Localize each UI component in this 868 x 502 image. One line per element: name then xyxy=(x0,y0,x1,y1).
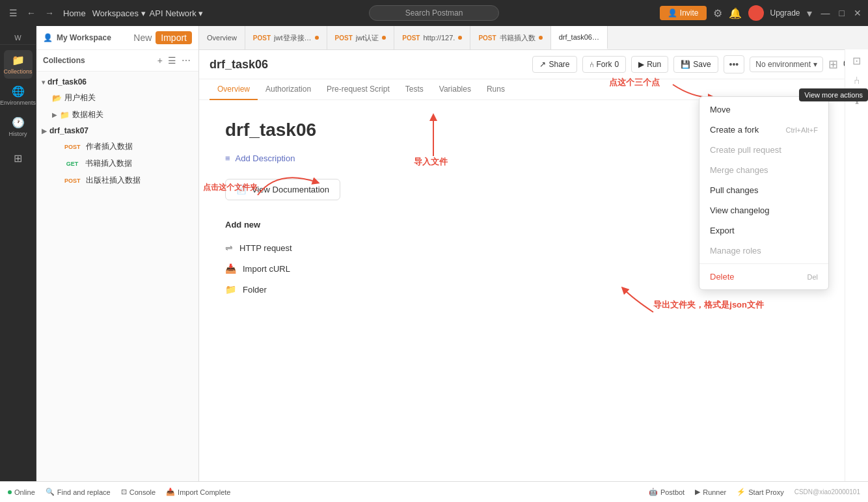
chevron-right-icon: ▶ xyxy=(52,111,57,118)
menu-item-pull-changes[interactable]: Pull changes xyxy=(699,180,828,200)
sidebar-item-collections[interactable]: 📁 Collections xyxy=(4,50,33,79)
run-icon: ▶ xyxy=(638,60,644,69)
collections-icon: 📁 xyxy=(12,54,25,66)
run-button[interactable]: ▶ Run xyxy=(631,56,668,73)
share-button[interactable]: ↗ Share xyxy=(532,56,576,73)
new-button[interactable]: New xyxy=(132,31,153,44)
titlebar-nav: ☰ ← → Home Workspaces ▾ API Network ▾ xyxy=(7,7,203,20)
titlebar-right: 👤 Invite ⚙ 🔔 Upgrade ▾ — □ ✕ xyxy=(660,5,861,21)
menu-item-fork[interactable]: Create a fork Ctrl+Alt+F xyxy=(699,120,828,140)
chevron-down-icon: ▾ xyxy=(42,79,45,86)
proxy-item[interactable]: ⚡ Start Proxy xyxy=(737,488,783,496)
icon-sidebar: W 📁 Collections 🌐 Environments 🕐 History… xyxy=(0,26,36,481)
sidebar-item-environments[interactable]: 🌐 Environments xyxy=(4,81,33,110)
console-item[interactable]: ⊡ Console xyxy=(121,488,156,496)
method-label: POST xyxy=(253,34,271,42)
method-label-2: POST xyxy=(335,34,353,42)
panel-toggle-icon[interactable]: ⊞ xyxy=(828,57,838,72)
import-complete-item: 📥 Import Complete xyxy=(166,488,230,496)
grid-icon: ⊞ xyxy=(14,152,22,165)
sub-tab-overview[interactable]: Overview xyxy=(210,79,258,100)
runner-icon: ▶ xyxy=(695,488,700,496)
save-button[interactable]: 💾 Save xyxy=(673,56,718,73)
right-icon-2[interactable]: ⑃ xyxy=(854,75,860,86)
sidebar-item-history[interactable]: 🕐 History xyxy=(4,112,33,141)
environments-icon: 🌐 xyxy=(12,85,25,98)
sub-tab-tests[interactable]: Tests xyxy=(398,79,431,100)
online-status[interactable]: Online xyxy=(8,488,35,496)
workspace-name: My Workspace xyxy=(57,33,111,42)
folder-data-related[interactable]: ▶ 📁 数据相关 xyxy=(39,107,196,123)
right-icon-1[interactable]: ⊡ xyxy=(852,55,861,67)
collection-drf-task06[interactable]: ▾ drf_task06 xyxy=(39,75,196,89)
tab-book-insert[interactable]: POST 书籍插入数 xyxy=(470,26,550,49)
tab-overview[interactable]: Overview xyxy=(199,26,245,49)
upgrade-chevron: ▾ xyxy=(807,7,812,20)
request-publisher-insert[interactable]: POST 出版社插入数据 xyxy=(39,172,196,189)
dot-indicator xyxy=(315,36,319,40)
workspace-avatar[interactable]: W xyxy=(14,34,21,42)
panel-header: 👤 My Workspace New Import xyxy=(36,26,198,50)
tab-jwt-auth[interactable]: POST jwt认证 xyxy=(327,26,395,49)
curl-icon: 📥 xyxy=(225,263,236,274)
more-collections-btn[interactable]: ⋯ xyxy=(180,54,192,67)
minimize-button[interactable]: — xyxy=(821,8,830,18)
folder-icon-2: 📁 xyxy=(60,111,70,120)
tab-http[interactable]: POST http://127. xyxy=(394,26,470,49)
postbot-item[interactable]: 🤖 Postbot xyxy=(649,488,685,496)
view-documentation-button[interactable]: 📄 View Documentation xyxy=(225,179,340,200)
menu-item-changelog[interactable]: View changelog xyxy=(699,200,828,220)
sub-tab-pre-request[interactable]: Pre-request Script xyxy=(319,79,398,100)
fork-button[interactable]: ⑃ Fork 0 xyxy=(582,56,627,73)
desc-icon: ≡ xyxy=(225,153,230,163)
search-bar[interactable]: Search Postman xyxy=(369,5,499,21)
menu-item-move[interactable]: Move xyxy=(699,99,828,120)
find-replace-item[interactable]: 🔍 Find and replace xyxy=(46,488,111,496)
menu-item-pull-request: Create pull request xyxy=(699,140,828,160)
header-actions: ↗ Share ⑃ Fork 0 ▶ Run 💾 Save ••• xyxy=(532,55,858,73)
collections-toolbar: Collections + ☰ ⋯ xyxy=(36,50,198,72)
sort-collections-btn[interactable]: ☰ xyxy=(167,54,178,67)
collection-drf-task07[interactable]: ▶ drf_task07 xyxy=(39,124,196,138)
settings-icon[interactable]: ⚙ xyxy=(713,7,722,20)
menu-item-merge: Merge changes xyxy=(699,160,828,180)
more-actions-button[interactable]: ••• xyxy=(724,55,745,73)
request-book-insert[interactable]: GET 书籍插入数据 xyxy=(39,155,196,172)
tab-drf-task06[interactable]: drf_task06… xyxy=(551,26,608,49)
sub-tab-variables[interactable]: Variables xyxy=(431,79,479,100)
invite-button[interactable]: 👤 Invite xyxy=(660,6,707,20)
environment-selector[interactable]: No environment ▾ xyxy=(750,57,823,72)
history-icon: 🕐 xyxy=(12,116,25,129)
menu-item-export[interactable]: Export xyxy=(699,220,828,241)
collection-name-2: drf_task07 xyxy=(49,126,88,135)
bottom-right: 🤖 Postbot ▶ Runner ⚡ Start Proxy CSDN@xi… xyxy=(649,488,860,496)
maximize-button[interactable]: □ xyxy=(839,8,845,18)
view-more-tooltip: View more actions xyxy=(799,88,868,101)
avatar[interactable] xyxy=(748,5,764,21)
back-btn[interactable]: ← xyxy=(24,7,38,20)
tab-jwt-login[interactable]: POST jwt登录接… xyxy=(245,26,327,49)
method-get-badge: GET xyxy=(62,160,82,168)
api-network-link[interactable]: API Network ▾ xyxy=(150,8,204,18)
sub-tab-authorization[interactable]: Authorization xyxy=(258,79,319,100)
close-button[interactable]: ✕ xyxy=(854,8,861,18)
runner-item[interactable]: ▶ Runner xyxy=(695,488,726,496)
postbot-icon: 🤖 xyxy=(649,488,658,496)
sidebar-item-more[interactable]: ⊞ xyxy=(4,144,33,172)
menu-item-delete[interactable]: Delete Del xyxy=(699,267,828,287)
more-actions-dropdown: Move Create a fork Ctrl+Alt+F Create pul… xyxy=(699,96,829,290)
menu-divider xyxy=(699,263,828,264)
upgrade-button[interactable]: Upgrade xyxy=(770,8,800,18)
menu-icon[interactable]: ☰ xyxy=(7,7,20,20)
forward-btn[interactable]: → xyxy=(42,7,57,20)
tabs-bar: Overview POST jwt登录接… POST jwt认证 POST ht… xyxy=(199,26,868,50)
request-author-insert[interactable]: POST 作者插入数据 xyxy=(39,139,196,155)
home-link[interactable]: Home xyxy=(63,8,86,18)
bell-icon[interactable]: 🔔 xyxy=(729,7,742,20)
sub-tab-runs[interactable]: Runs xyxy=(479,79,513,100)
import-button[interactable]: Import xyxy=(156,31,192,44)
add-collection-btn[interactable]: + xyxy=(156,54,164,67)
folder-user-related[interactable]: 📂 用户相关 xyxy=(39,90,196,106)
workspaces-link[interactable]: Workspaces ▾ xyxy=(92,8,146,18)
add-description-button[interactable]: ≡ Add Description xyxy=(225,153,295,163)
